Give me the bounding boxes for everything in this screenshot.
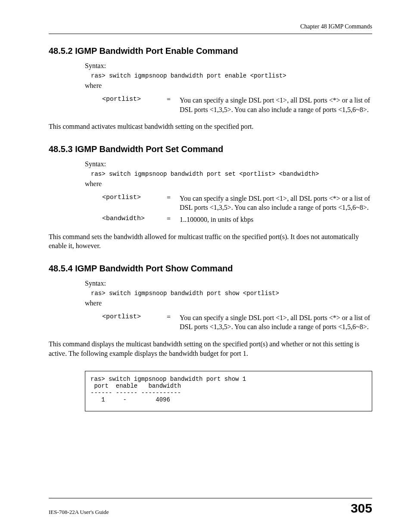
syntax-label: Syntax: xyxy=(85,160,372,168)
footer-guide-name: IES-708-22A User's Guide xyxy=(49,509,109,516)
param-name: <portlist> xyxy=(102,313,167,332)
param-name: <portlist> xyxy=(102,194,167,212)
page-number: 305 xyxy=(351,501,372,516)
syntax-label: Syntax: xyxy=(85,280,372,287)
where-label: where xyxy=(85,180,372,188)
body-text: This command displays the multicast band… xyxy=(49,339,372,358)
where-label: where xyxy=(85,82,372,90)
section-48-5-2: 48.5.2 IGMP Bandwidth Port Enable Comman… xyxy=(49,46,372,131)
param-row: <bandwidth> = 1..100000, in units of kbp… xyxy=(102,215,372,224)
page: Chapter 48 IGMP Commands 48.5.2 IGMP Ban… xyxy=(0,0,411,532)
syntax-label: Syntax: xyxy=(85,62,372,70)
section-content: Syntax: ras> switch igmpsnoop bandwidth … xyxy=(85,62,372,114)
code-line: ras> switch igmpsnoop bandwidth port set… xyxy=(91,171,372,177)
where-label: where xyxy=(85,299,372,307)
example-output: ras> switch igmpsnoop bandwidth port sho… xyxy=(85,371,372,411)
header-rule xyxy=(49,34,372,34)
section-heading: 48.5.3 IGMP Bandwidth Port Set Command xyxy=(49,144,372,154)
param-desc: 1..100000, in units of kbps xyxy=(180,215,372,224)
section-48-5-3: 48.5.3 IGMP Bandwidth Port Set Command S… xyxy=(49,144,372,251)
page-footer: IES-708-22A User's Guide 305 xyxy=(49,498,372,516)
section-content: Syntax: ras> switch igmpsnoop bandwidth … xyxy=(85,280,372,332)
param-desc: You can specify a single DSL port <1>, a… xyxy=(180,313,372,332)
param-row: <portlist> = You can specify a single DS… xyxy=(102,96,372,114)
body-text: This command sets the bandwidth allowed … xyxy=(49,232,372,251)
body-text: This command activates multicast bandwid… xyxy=(49,122,372,131)
footer-row: IES-708-22A User's Guide 305 xyxy=(49,501,372,516)
code-line: ras> switch igmpsnoop bandwidth port ena… xyxy=(91,72,372,79)
section-heading: 48.5.4 IGMP Bandwidth Port Show Command xyxy=(49,264,372,274)
param-desc: You can specify a single DSL port <1>, a… xyxy=(180,96,372,114)
chapter-header: Chapter 48 IGMP Commands xyxy=(49,23,372,30)
section-content: Syntax: ras> switch igmpsnoop bandwidth … xyxy=(85,160,372,224)
param-row: <portlist> = You can specify a single DS… xyxy=(102,194,372,212)
param-name: <bandwidth> xyxy=(102,215,167,224)
param-name: <portlist> xyxy=(102,96,167,114)
param-eq: = xyxy=(167,194,180,212)
param-eq: = xyxy=(167,215,180,224)
param-row: <portlist> = You can specify a single DS… xyxy=(102,313,372,332)
footer-rule xyxy=(49,498,372,498)
section-heading: 48.5.2 IGMP Bandwidth Port Enable Comman… xyxy=(49,46,372,56)
code-line: ras> switch igmpsnoop bandwidth port sho… xyxy=(91,290,372,297)
section-48-5-4: 48.5.4 IGMP Bandwidth Port Show Command … xyxy=(49,264,372,411)
param-eq: = xyxy=(167,313,180,332)
param-desc: You can specify a single DSL port <1>, a… xyxy=(180,194,372,212)
param-eq: = xyxy=(167,96,180,114)
